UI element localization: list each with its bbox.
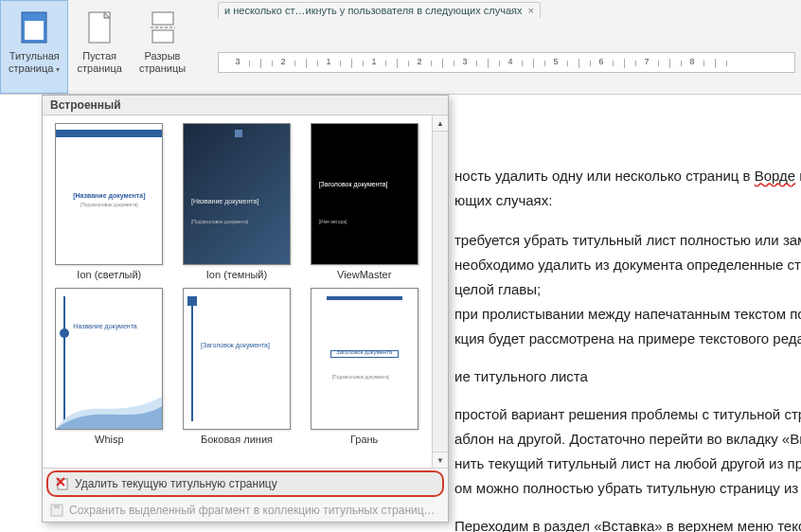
save-icon <box>50 504 63 517</box>
svg-rect-2 <box>25 15 44 21</box>
cover-page-gallery: [Название документа] [Подзаголовок докум… <box>43 115 448 468</box>
gallery-item-viewmaster[interactable]: [Заголовок документа] [Имя автора] ViewM… <box>303 123 425 280</box>
gallery-item-label: Боковая линия <box>201 434 273 445</box>
dropdown-section-header: Встроенный <box>43 96 448 115</box>
action-label: Сохранить выделенный фрагмент в коллекци… <box>69 504 436 517</box>
cover-page-icon <box>17 9 51 46</box>
chevron-down-icon: ▾ <box>56 65 60 74</box>
cover-page-button[interactable]: Титульнаястраница ▾ <box>0 0 68 94</box>
gallery-item-ion-light[interactable]: [Название документа] [Подзаголовок докум… <box>48 123 170 280</box>
document-tabs: и несколько ст…икнуть у пользователя в с… <box>218 2 541 18</box>
cover-page-dropdown: Встроенный [Название документа] [Подзаго… <box>42 95 449 523</box>
ruler[interactable]: 32112345678 <box>218 52 795 73</box>
gallery-item-label: Ion (темный) <box>206 269 267 280</box>
blank-page-icon <box>82 9 116 46</box>
gallery-item-whisp[interactable]: Название документа Whisp <box>48 288 170 445</box>
document-content[interactable]: ность удалить одну или несколько страниц… <box>454 166 792 532</box>
gallery-item-sideline[interactable]: [Заголовок документа] Боковая линия <box>176 288 298 445</box>
document-tab-title: и несколько ст…икнуть у пользователя в с… <box>224 5 522 16</box>
svg-rect-12 <box>54 505 60 508</box>
blank-page-button[interactable]: Пустаястраница <box>68 0 130 94</box>
svg-rect-6 <box>152 30 173 43</box>
gallery-item-facet[interactable]: Заголовок документа [Подзаголовок докуме… <box>303 288 425 445</box>
close-icon[interactable]: × <box>527 5 533 16</box>
gallery-item-ion-dark[interactable]: [Название документа] [Подзаголовок докум… <box>176 123 298 280</box>
scroll-up-icon[interactable]: ▲ <box>433 115 448 132</box>
gallery-item-label: Whisp <box>95 434 124 445</box>
ribbon: Титульнаястраница ▾ Пустаястраница Разры… <box>0 0 801 95</box>
page-break-button[interactable]: Разрывстраницы <box>131 0 194 94</box>
document-tab[interactable]: и несколько ст…икнуть у пользователя в с… <box>218 2 541 18</box>
action-label: Удалить текущую титульную страницу <box>75 477 277 490</box>
dropdown-footer: Удалить текущую титульную страницу Сохра… <box>43 468 448 522</box>
gallery-item-label: Грань <box>350 434 378 445</box>
scroll-down-icon[interactable]: ▼ <box>433 452 448 468</box>
gallery-item-label: ViewMaster <box>337 269 391 280</box>
delete-icon <box>56 477 69 490</box>
page-break-icon <box>146 9 180 46</box>
svg-rect-5 <box>152 12 173 25</box>
gallery-item-label: Ion (светлый) <box>77 269 141 280</box>
save-selection-action: Сохранить выделенный фрагмент в коллекци… <box>43 499 448 522</box>
remove-cover-page-action[interactable]: Удалить текущую титульную страницу <box>46 470 444 497</box>
scrollbar[interactable]: ▲ ▼ <box>432 115 448 468</box>
